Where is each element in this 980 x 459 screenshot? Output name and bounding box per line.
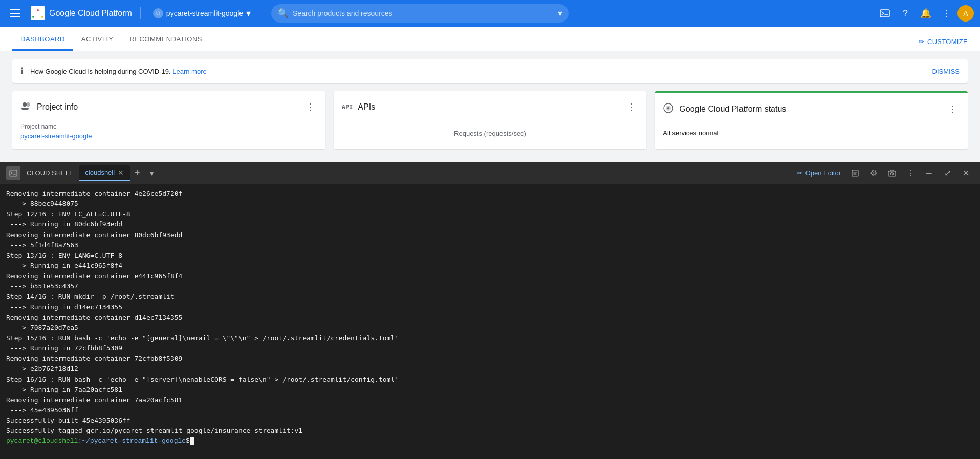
- project-name-label: Project name: [20, 123, 317, 130]
- svg-rect-5: [880, 10, 889, 17]
- status-icon: [663, 102, 674, 116]
- svg-point-6: [23, 102, 27, 107]
- svg-point-7: [26, 102, 30, 107]
- apis-subtitle: Requests (requests/sec): [334, 119, 647, 141]
- shell-toolbar: CLOUD SHELL cloudshell ✕ + ▾ ✏ Open Edit…: [0, 162, 980, 184]
- card-title-row: Project info: [20, 100, 78, 114]
- svg-rect-12: [10, 170, 17, 176]
- project-name-value[interactable]: pycaret-streamlit-google: [20, 132, 317, 140]
- cloud-shell-label: CLOUD SHELL: [27, 169, 73, 177]
- status-title-row: Google Cloud Platform status: [663, 102, 786, 116]
- search-dropdown-icon[interactable]: ▾: [558, 8, 562, 19]
- card-content: Project name pycaret-streamlit-google: [12, 119, 325, 148]
- tab-activity[interactable]: ACTIVITY: [73, 28, 122, 51]
- svg-point-3: [41, 16, 43, 18]
- gcp-logo-icon: [31, 6, 45, 20]
- top-nav: Google Cloud Platform ⬡ pycaret-streamli…: [0, 0, 980, 27]
- shell-icon: [6, 166, 20, 180]
- card-menu-button[interactable]: ⋮: [304, 99, 317, 115]
- shell-add-tab[interactable]: +: [130, 166, 144, 180]
- shell-settings-icon[interactable]: ⚙: [865, 165, 882, 181]
- apis-card-header: API APIs ⋮: [334, 91, 647, 119]
- notifications-icon[interactable]: 🔔: [917, 4, 935, 23]
- shell-tab-cloudshell[interactable]: cloudshell ✕: [79, 165, 130, 181]
- status-menu-button[interactable]: ⋮: [946, 101, 960, 117]
- open-editor-button[interactable]: ✏ Open Editor: [793, 167, 845, 179]
- shell-tab-name: cloudshell: [85, 169, 115, 176]
- prompt-user: pycaret@cloudshell: [6, 436, 78, 446]
- shell-tabs: cloudshell ✕ + ▾: [79, 165, 159, 181]
- terminal-body[interactable]: Removing intermediate container 4e26ce5d…: [0, 184, 980, 459]
- shell-more-icon[interactable]: ⋮: [902, 165, 919, 181]
- avatar[interactable]: A: [957, 5, 974, 22]
- api-icon: API: [342, 103, 353, 111]
- status-card: Google Cloud Platform status ⋮ All servi…: [655, 91, 968, 149]
- shell-close-icon[interactable]: ✕: [957, 165, 974, 181]
- app-name: Google Cloud Platform: [49, 9, 132, 18]
- info-icon: ℹ: [20, 66, 24, 77]
- status-card-header: Google Cloud Platform status ⋮: [655, 93, 968, 121]
- shell-minimize-icon[interactable]: ─: [921, 165, 937, 181]
- svg-point-15: [891, 172, 894, 175]
- search-icon: 🔍: [277, 8, 289, 19]
- svg-point-2: [37, 9, 39, 11]
- shell-camera-icon[interactable]: [884, 165, 900, 181]
- prompt-path: :~/pycaret-streamlit-google: [78, 436, 186, 446]
- nav-divider: [140, 7, 141, 19]
- pencil-icon: ✏: [797, 169, 802, 177]
- more-options-icon[interactable]: ⋮: [937, 4, 955, 23]
- cursor: [190, 437, 194, 445]
- svg-point-11: [667, 107, 669, 109]
- card-header: Project info ⋮: [12, 91, 325, 119]
- tab-dashboard[interactable]: DASHBOARD: [12, 28, 73, 51]
- learn-more-link[interactable]: Learn more: [172, 68, 206, 75]
- cards-row: Project info ⋮ Project name pycaret-stre…: [12, 91, 968, 149]
- apis-title-row: API APIs: [342, 102, 375, 112]
- help-icon[interactable]: ?: [896, 4, 914, 23]
- shell-tab-close[interactable]: ✕: [118, 169, 124, 177]
- edit-icon: ✏: [919, 38, 924, 46]
- cloud-shell-icon[interactable]: [876, 4, 894, 23]
- shell-expand-icon[interactable]: ⤢: [939, 165, 955, 181]
- notice-text: How Google Cloud is helping during COVID…: [30, 68, 926, 75]
- chevron-down-icon: ▾: [246, 8, 251, 19]
- apis-card: API APIs ⋮ Requests (requests/sec): [334, 91, 647, 149]
- apis-menu-button[interactable]: ⋮: [625, 99, 638, 115]
- shell-actions: ✏ Open Editor ⚙ ⋮ ─ ⤢ ✕: [793, 165, 974, 181]
- project-name: pycaret-streamlit-google: [166, 9, 243, 17]
- project-card-title: Project info: [37, 102, 78, 112]
- project-info-card: Project info ⋮ Project name pycaret-stre…: [12, 91, 325, 149]
- svg-rect-8: [21, 108, 29, 110]
- nav-actions: ? 🔔 ⋮ A: [876, 4, 974, 23]
- shell-text-editor-icon[interactable]: [847, 165, 863, 181]
- status-text: All services normal: [663, 125, 960, 141]
- tabs-bar: DASHBOARD ACTIVITY RECOMMENDATIONS ✏ CUS…: [0, 27, 980, 51]
- project-icon: ⬡: [153, 8, 163, 18]
- search-bar[interactable]: 🔍 ▾: [271, 4, 568, 23]
- project-selector[interactable]: ⬡ pycaret-streamlit-google ▾: [149, 6, 255, 21]
- dismiss-button[interactable]: DISMISS: [932, 68, 960, 75]
- customize-button[interactable]: ✏ CUSTOMIZE: [919, 38, 968, 46]
- status-card-title: Google Cloud Platform status: [679, 105, 786, 114]
- hamburger-icon: [10, 9, 20, 17]
- app-logo: Google Cloud Platform: [31, 6, 132, 20]
- status-content: All services normal: [655, 121, 968, 149]
- tab-recommendations[interactable]: RECOMMENDATIONS: [121, 28, 210, 51]
- hamburger-menu[interactable]: [6, 4, 25, 23]
- notice-banner: ℹ How Google Cloud is helping during COV…: [12, 59, 968, 83]
- cloud-shell: CLOUD SHELL cloudshell ✕ + ▾ ✏ Open Edit…: [0, 162, 980, 459]
- main-content: ℹ How Google Cloud is helping during COV…: [0, 51, 980, 157]
- prompt-symbol: $: [186, 436, 190, 446]
- shell-tab-dropdown[interactable]: ▾: [144, 166, 159, 180]
- project-card-icon: [20, 100, 32, 114]
- svg-point-4: [32, 16, 34, 18]
- search-input[interactable]: [293, 9, 553, 17]
- apis-card-title: APIs: [358, 102, 375, 112]
- svg-rect-14: [888, 171, 896, 176]
